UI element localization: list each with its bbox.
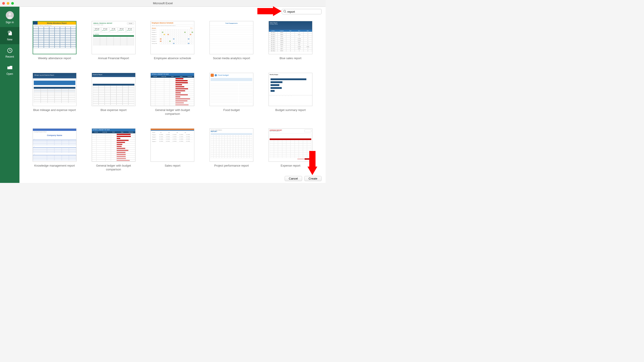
template-card[interactable]: Food budget Food budget: [210, 73, 253, 116]
template-label: General ledger with budget comparison: [92, 164, 136, 172]
new-icon: [7, 30, 13, 36]
titlebar: Microsoft Excel: [0, 0, 326, 7]
template-label: Blue mileage and expense report: [33, 108, 76, 112]
recent-icon: [7, 47, 13, 54]
minimize-button[interactable]: [7, 2, 10, 5]
template-card[interactable]: ACTUAL vs. BUDGET YTD YEAR G/L CodeAccou…: [92, 128, 136, 172]
template-thumbnail: EXPENSE REPORTEMPLOYEE INFORMATION: [268, 128, 312, 162]
template-label: Food budget: [224, 108, 240, 112]
template-card[interactable]: ProductQ1Q2Q3Q4 Product 1$ 1,700.00$ 1,7…: [150, 128, 194, 172]
template-card[interactable]: EXPENSE REPORTEMPLOYEE INFORMATION Expen…: [268, 128, 312, 172]
template-thumbnail: Expense Report: [92, 73, 136, 106]
template-label: Weekly attendance report: [38, 56, 71, 60]
template-card[interactable]: Knowledge Management Report Company Name…: [33, 128, 76, 172]
template-thumbnail: Food budget: [210, 73, 253, 106]
sidebar-item-open[interactable]: Open: [0, 61, 20, 79]
zoom-button[interactable]: [11, 2, 14, 5]
template-thumbnail: ACTUAL vs. BUDGET YTD YEAR G/L CodeAccou…: [150, 73, 194, 106]
folder-icon: [7, 65, 13, 71]
template-card[interactable]: Employee Absence Schedule Absence Type K…: [150, 21, 194, 60]
template-thumbnail: Employee Absence Schedule Absence Type K…: [150, 21, 194, 54]
sidebar-item-signin[interactable]: Sign in: [0, 7, 20, 27]
sidebar-item-label: Open: [6, 72, 13, 75]
template-label: Annual Financial Report: [98, 56, 129, 60]
template-thumbnail: Mileage Log and Expense Report: [33, 73, 76, 106]
template-thumbnail: ANNUAL FINANCIAL REPORT YEAR YOUR COMPAN…: [92, 21, 136, 54]
template-card[interactable]: ANNUAL FINANCIAL REPORT YEAR YOUR COMPAN…: [92, 21, 136, 60]
template-thumbnail: Weekly Attendance Report Student name Mo…: [33, 21, 76, 54]
template-thumbnail: PROJECT PERFORMANCEREPORT: [210, 128, 253, 162]
sidebar-item-recent[interactable]: Recent: [0, 44, 20, 61]
sidebar-item-label: New: [7, 38, 12, 41]
template-card[interactable]: Mileage Log and Expense Report Blue mile…: [33, 73, 76, 116]
main-area: ✕ Weekly Attendance Report Student name …: [20, 7, 326, 183]
template-thumbnail: Knowledge Management Report Company Name…: [33, 128, 76, 162]
template-label: Expense report: [281, 164, 300, 168]
templates-area: Weekly Attendance Report Student name Mo…: [20, 14, 326, 183]
template-thumbnail: Total Engagements: [210, 21, 253, 54]
sidebar-item-label: Recent: [5, 55, 14, 58]
template-card[interactable]: ACTUAL vs. BUDGET YTD YEAR G/L CodeAccou…: [150, 73, 194, 116]
search-box[interactable]: ✕: [282, 9, 322, 14]
template-label: Blue sales report: [280, 56, 302, 60]
window-title: Microsoft Excel: [153, 1, 173, 5]
template-label: General ledger with budget comparison: [150, 108, 194, 116]
template-label: Budget summary report: [275, 108, 306, 112]
search-input[interactable]: [287, 10, 325, 13]
template-label: Blue expense report: [100, 108, 126, 112]
avatar-icon: [6, 11, 14, 19]
template-card[interactable]: PROJECT PERFORMANCEREPORT Project perfor…: [210, 128, 253, 172]
template-label: Social media analytics report: [213, 56, 250, 60]
template-thumbnail: Sales ReportCompany Name ProductCustomer…: [268, 21, 312, 54]
template-card[interactable]: Weekly Attendance Report Student name Mo…: [33, 21, 76, 60]
sidebar-item-new[interactable]: New: [0, 27, 20, 44]
template-card[interactable]: Total Engagements Social media analytics…: [210, 21, 253, 60]
sidebar: Sign in New Recent Open: [0, 7, 20, 183]
template-label: Employee absence schedule: [154, 56, 191, 60]
cancel-button[interactable]: Cancel: [285, 176, 302, 181]
template-thumbnail: Monthly Budget ————————: [268, 73, 312, 106]
search-icon: [283, 10, 286, 14]
template-card[interactable]: Expense Report Blue expense report: [92, 73, 136, 116]
button-row: Cancel Create: [281, 174, 326, 183]
sidebar-item-label: Sign in: [6, 21, 14, 24]
template-card[interactable]: Sales ReportCompany Name ProductCustomer…: [268, 21, 312, 60]
close-button[interactable]: [2, 2, 5, 5]
template-thumbnail: ACTUAL vs. BUDGET YTD YEAR G/L CodeAccou…: [92, 128, 136, 162]
svg-point-0: [8, 13, 11, 16]
traffic-lights: [0, 2, 14, 5]
template-label: Sales report: [164, 164, 180, 168]
template-thumbnail: ProductQ1Q2Q3Q4 Product 1$ 1,700.00$ 1,7…: [150, 128, 194, 162]
template-label: Project performance report: [214, 164, 249, 168]
create-button[interactable]: Create: [304, 176, 322, 181]
template-label: Knowledge management report: [34, 164, 75, 168]
template-card[interactable]: Monthly Budget ———————— Budget summary r…: [268, 73, 312, 116]
svg-point-3: [284, 10, 286, 12]
